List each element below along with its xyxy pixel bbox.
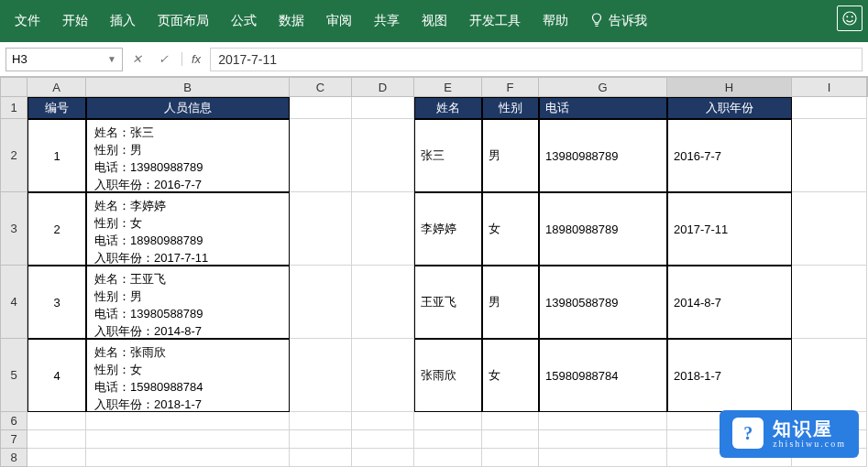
cell-A1[interactable]: 编号 [27,97,86,119]
cell-H2[interactable]: 2016-7-7 [667,119,792,192]
cell-F8[interactable] [482,449,539,467]
rowhead-8[interactable]: 8 [0,449,27,467]
cell-C5[interactable] [290,339,352,412]
cell-D3[interactable] [352,192,414,266]
cell-C4[interactable] [290,266,352,339]
cell-E1[interactable]: 姓名 [414,97,482,119]
cell-I4[interactable] [792,266,867,339]
colhead-G[interactable]: G [539,78,667,96]
colhead-B[interactable]: B [86,78,290,96]
cell-B6[interactable] [86,412,290,430]
cell-I5[interactable] [792,339,867,412]
cell-I1[interactable] [792,97,867,119]
cell-G8[interactable] [539,449,667,467]
cell-A3[interactable]: 2 [27,192,86,266]
cell-G7[interactable] [539,430,667,449]
cell-I3[interactable] [792,192,867,266]
cell-D5[interactable] [352,339,414,412]
cell-F1[interactable]: 性别 [482,97,539,119]
cell-G6[interactable] [539,412,667,430]
cell-C3[interactable] [290,192,352,266]
cell-E3[interactable]: 李婷婷 [414,192,482,266]
tab-review[interactable]: 审阅 [315,0,363,42]
tab-file[interactable]: 文件 [4,0,51,42]
tab-view[interactable]: 视图 [411,0,458,42]
cell-A5[interactable]: 4 [27,339,86,412]
colhead-A[interactable]: A [27,78,86,96]
tab-developer[interactable]: 开发工具 [458,0,532,42]
cell-C2[interactable] [290,119,352,192]
cell-D8[interactable] [352,449,414,467]
cell-A2[interactable]: 1 [27,119,86,192]
cell-D2[interactable] [352,119,414,192]
cell-F4[interactable]: 男 [482,266,539,339]
cell-A6[interactable] [27,412,86,430]
cell-A4[interactable]: 3 [27,266,86,339]
tab-pagelayout[interactable]: 页面布局 [147,0,220,42]
cell-B4[interactable]: 姓名：王亚飞 性别：男 电话：13980588789 入职年份：2014-8-7 [86,266,290,339]
cell-B2[interactable]: 姓名：张三 性别：男 电话：13980988789 入职年份：2016-7-7 [86,119,290,192]
cell-C6[interactable] [290,412,352,430]
cell-C7[interactable] [290,430,352,449]
cell-G1[interactable]: 电话 [539,97,667,119]
cell-D4[interactable] [352,266,414,339]
cell-F7[interactable] [482,430,539,449]
feedback-button[interactable] [837,5,863,31]
cell-I2[interactable] [792,119,867,192]
cell-D7[interactable] [352,430,414,449]
cell-B3[interactable]: 姓名：李婷婷 性别：女 电话：18980988789 入职年份：2017-7-1… [86,192,290,266]
cell-D6[interactable] [352,412,414,430]
colhead-E[interactable]: E [414,78,482,96]
cell-E4[interactable]: 王亚飞 [414,266,482,339]
tab-share[interactable]: 共享 [363,0,411,42]
cell-H5[interactable]: 2018-1-7 [667,339,792,412]
cell-E7[interactable] [414,430,482,449]
fx-button[interactable]: fx [181,52,204,66]
rowhead-5[interactable]: 5 [0,339,27,412]
cell-H4[interactable]: 2014-8-7 [667,266,792,339]
rowhead-4[interactable]: 4 [0,266,27,339]
cell-G4[interactable]: 13980588789 [539,266,667,339]
tab-formulas[interactable]: 公式 [220,0,268,42]
cell-B8[interactable] [86,449,290,467]
cell-G3[interactable]: 18980988789 [539,192,667,266]
cell-E6[interactable] [414,412,482,430]
tell-me[interactable]: 告诉我 [579,0,658,43]
cell-E2[interactable]: 张三 [414,119,482,192]
cell-F5[interactable]: 女 [482,339,539,412]
colhead-D[interactable]: D [352,78,414,96]
cell-B1[interactable]: 人员信息 [86,97,290,119]
colhead-H[interactable]: H [667,78,792,96]
cell-G5[interactable]: 15980988784 [539,339,667,412]
select-all-corner[interactable] [0,78,27,96]
cell-H3[interactable]: 2017-7-11 [667,192,792,266]
colhead-F[interactable]: F [482,78,539,96]
cell-D1[interactable] [352,97,414,119]
rowhead-2[interactable]: 2 [0,119,27,192]
name-box[interactable]: H3 ▼ [5,48,123,71]
colhead-C[interactable]: C [290,78,352,96]
rowhead-3[interactable]: 3 [0,192,27,266]
rowhead-7[interactable]: 7 [0,430,27,449]
formula-input[interactable] [210,48,863,71]
colhead-I[interactable]: I [792,78,867,96]
cell-E5[interactable]: 张雨欣 [414,339,482,412]
tab-insert[interactable]: 插入 [99,0,147,42]
tab-home[interactable]: 开始 [51,0,99,42]
confirm-formula-button[interactable]: ✓ [155,52,172,66]
cell-H1[interactable]: 入职年份 [667,97,792,119]
cell-F3[interactable]: 女 [482,192,539,266]
cell-A7[interactable] [27,430,86,449]
tab-help[interactable]: 帮助 [532,0,579,42]
cell-A8[interactable] [27,449,86,467]
cell-B5[interactable]: 姓名：张雨欣 性别：女 电话：15980988784 入职年份：2018-1-7 [86,339,290,412]
rowhead-6[interactable]: 6 [0,412,27,430]
cell-F6[interactable] [482,412,539,430]
cell-B7[interactable] [86,430,290,449]
cell-F2[interactable]: 男 [482,119,539,192]
rowhead-1[interactable]: 1 [0,97,27,119]
cancel-formula-button[interactable]: ✕ [128,52,146,66]
cell-G2[interactable]: 13980988789 [539,119,667,192]
cell-C8[interactable] [290,449,352,467]
cell-C1[interactable] [290,97,352,119]
